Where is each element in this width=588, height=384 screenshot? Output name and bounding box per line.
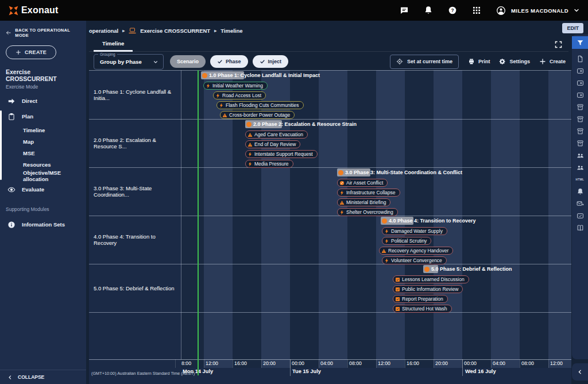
inject-label: Road Access Lost <box>222 93 261 98</box>
tab-timeline[interactable]: Timeline <box>94 37 133 52</box>
row-divider <box>89 312 571 313</box>
print-button[interactable]: Print <box>468 58 490 65</box>
chip-phase[interactable]: Phase <box>210 55 248 68</box>
inject-pill[interactable]: Shelter Overcrowding <box>337 208 398 216</box>
card-check-tool[interactable] <box>572 210 588 222</box>
inject-pill[interactable]: Ministerial Briefing <box>337 198 390 206</box>
sidebar-item-plan[interactable]: Plan <box>0 109 86 124</box>
sidebar-collapse-button[interactable]: COLLAPSE <box>0 370 86 384</box>
timeline-label: Timeline <box>23 127 45 133</box>
right-toolbar-collapse-button[interactable] <box>572 363 588 381</box>
back-label: BACK TO OPERATIONAL MODE <box>15 28 80 38</box>
breadcrumb-exercise[interactable]: Exercise CROSSCURRENT <box>140 28 210 34</box>
fullscreen-icon[interactable] <box>554 40 563 49</box>
exercise-title: Exercise CROSSCURRENT <box>0 62 86 82</box>
inject-pill[interactable]: Public Information Review <box>393 285 463 293</box>
people-tool[interactable] <box>572 162 588 174</box>
inject-label: End of Day Review <box>254 141 296 147</box>
inject-pill[interactable]: Political Scrutiny <box>382 237 431 245</box>
inject-pill[interactable]: Aged Care Evacuation <box>245 130 308 139</box>
html-tool[interactable]: HTML <box>572 174 588 186</box>
inject-pill[interactable]: Road Access Lost <box>213 91 266 99</box>
inject-pill[interactable]: Lessons Learned Discussion <box>393 275 469 283</box>
archive-tool[interactable] <box>572 137 588 149</box>
bell-tool[interactable] <box>572 186 588 198</box>
sidebar-item-evaluate[interactable]: Evaluate <box>0 182 86 197</box>
inject-pill[interactable]: Volunteer Convergence <box>382 256 447 264</box>
document-tool[interactable] <box>572 53 588 65</box>
inject-pill[interactable]: Flash Flooding Cuts Communities <box>216 101 304 109</box>
inject-pill[interactable]: Initial Weather Warning <box>203 82 268 90</box>
inject-pill[interactable]: End of Day Review <box>245 140 300 148</box>
inject-pill[interactable]: Damaged Water Supply <box>382 227 447 235</box>
chevron-down-icon <box>573 7 580 14</box>
archive-tool[interactable] <box>572 125 588 137</box>
current-time-line <box>198 70 199 375</box>
time-label: 08:00 <box>349 360 362 366</box>
inject-pill[interactable]: Air Asset Conflict <box>337 179 388 187</box>
user-menu[interactable]: MILES MACDONALD <box>496 6 580 16</box>
timeline-axis: 8:0012:0016:0020:0000:0004:0008:0012:001… <box>89 359 571 384</box>
card-icon <box>577 91 584 99</box>
sidebar-item-information-sets[interactable]: Information Sets <box>0 217 86 232</box>
inject-pill[interactable]: Media Pressure <box>245 160 293 168</box>
arrow-left-icon <box>6 30 11 36</box>
inject-label: Infrastructure Collapse <box>346 190 396 195</box>
time-label: 16:00 <box>234 360 247 366</box>
sidebar-item-mse[interactable]: MSE <box>0 147 86 159</box>
inject-pill[interactable]: Structured Hot Wash <box>393 305 452 313</box>
breadcrumb-operational[interactable]: operational <box>89 28 118 34</box>
phase-title: 1.0 Phase 1: Cyclone Landfall & Initial … <box>209 71 320 79</box>
apps-grid-icon[interactable] <box>472 6 481 15</box>
sidebar-item-resources[interactable]: Resources <box>0 159 86 170</box>
sidebar-item-direct[interactable]: Direct <box>0 93 86 109</box>
filter-tool[interactable] <box>572 36 588 49</box>
user-name: MILES MACDONALD <box>511 7 568 14</box>
sidebar-item-timeline[interactable]: Timeline <box>0 124 86 136</box>
archive-tool[interactable] <box>572 101 588 113</box>
phase-marker-icon <box>338 170 343 175</box>
information-sets-label: Information Sets <box>22 221 65 228</box>
notifications-bell-icon[interactable] <box>424 6 433 15</box>
people-tool[interactable] <box>572 149 588 162</box>
toolbar-actions: Set at current time Print Settings Creat… <box>390 55 566 69</box>
check-icon <box>217 59 223 64</box>
archive-tool[interactable] <box>572 113 588 125</box>
settings-button[interactable]: Settings <box>499 58 530 65</box>
card-icon <box>577 67 584 75</box>
help-icon[interactable]: ? <box>448 6 457 15</box>
inject-pill[interactable]: Report Preparation <box>393 295 448 303</box>
filter-chips: Scenario Phase Inject <box>170 55 288 68</box>
book-tool[interactable] <box>572 222 588 234</box>
axis-tick <box>491 359 492 368</box>
chip-scenario[interactable]: Scenario <box>170 55 206 68</box>
inject-pill[interactable]: Interstate Support Request <box>245 150 318 158</box>
html-tool-label: HTML <box>576 178 585 181</box>
inject-pill[interactable]: Cross-border Power Outage <box>220 111 295 119</box>
edit-button[interactable]: EDIT <box>562 23 583 33</box>
create-inject-button[interactable]: Create <box>539 58 566 65</box>
axis-top-border <box>89 359 571 360</box>
inject-pill[interactable]: Infrastructure Collapse <box>337 189 400 197</box>
set-at-current-time-button[interactable]: Set at current time <box>390 55 459 69</box>
breadcrumb: operational ▸ Exercise CROSSCURRENT ▸ Ti… <box>89 24 243 37</box>
chip-inject[interactable]: Inject <box>253 55 289 68</box>
phase-marker-icon <box>424 267 430 272</box>
sidebar-item-map[interactable]: Map <box>0 136 86 147</box>
inject-pill[interactable]: Recovery Agency Handover <box>379 247 453 255</box>
card-tool[interactable] <box>572 77 588 89</box>
grouping-dropdown[interactable]: Grouping Group by Phase <box>94 54 164 70</box>
time-label: 16:00 <box>407 360 419 366</box>
time-label: 20:00 <box>435 360 448 366</box>
settings-label: Settings <box>509 59 530 64</box>
breadcrumb-timeline[interactable]: Timeline <box>220 28 242 34</box>
create-button[interactable]: CREATE <box>6 45 56 59</box>
card-tool[interactable] <box>572 65 588 77</box>
card-tool[interactable] <box>572 89 588 101</box>
back-to-operational-mode-link[interactable]: BACK TO OPERATIONAL MODE <box>0 21 86 40</box>
bolt-icon <box>339 190 345 195</box>
sidebar-item-objective-mse-allocation[interactable]: Objective/MSE allocation <box>0 170 86 182</box>
archive-icon <box>577 128 584 135</box>
chat-icon[interactable] <box>400 6 409 15</box>
mail-forward-tool[interactable] <box>572 198 588 210</box>
